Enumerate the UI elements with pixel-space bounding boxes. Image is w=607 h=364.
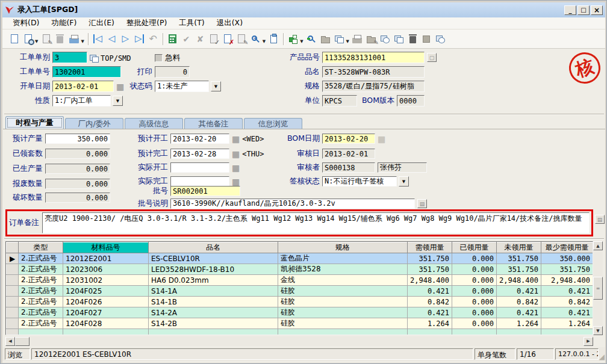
table-cell[interactable] <box>149 329 278 336</box>
prev-record-icon[interactable]: ◁ <box>105 32 119 46</box>
table-cell[interactable]: 硅胶 <box>278 286 408 297</box>
planned-finish-input[interactable]: 2013-02-28 <box>170 149 229 159</box>
table-cell[interactable]: 0.000 <box>452 253 497 264</box>
table-cell[interactable]: 1.264 <box>497 318 541 329</box>
resize-grip[interactable]: ◢ <box>599 353 605 360</box>
order-type-input[interactable]: 3 <box>52 52 87 63</box>
dropdown-caret-icon[interactable]: ▼ <box>300 39 303 44</box>
calendar-icon[interactable]: ▦ <box>232 177 240 186</box>
table-cell[interactable] <box>63 329 149 336</box>
tab-3[interactable]: 其他备注 <box>184 118 243 129</box>
table-cell[interactable]: 351.750 <box>497 253 541 264</box>
calendar-icon[interactable]: ▦ <box>232 135 240 143</box>
table-cell[interactable]: 351.750 <box>408 264 452 275</box>
table-cell[interactable]: 1204F027 <box>63 307 149 318</box>
table-cell[interactable]: 金线 <box>278 275 408 286</box>
table-cell[interactable]: 1.264 <box>541 318 593 329</box>
table-cell[interactable]: 2.正式品号 <box>19 275 63 286</box>
bom-tree-icon[interactable] <box>286 32 300 46</box>
row-selector[interactable] <box>7 297 19 307</box>
new-doc-icon[interactable] <box>7 32 21 46</box>
table-row[interactable]: 2.正式品号12023006LED3528HWDF-18-B10凯昶德35283… <box>7 264 593 275</box>
table-cell[interactable]: 硅胶 <box>278 318 408 329</box>
table-cell[interactable]: 12012E2001 <box>63 253 149 264</box>
column-header[interactable]: 需领用量 <box>408 242 452 253</box>
column-header[interactable]: 类型 <box>19 242 63 253</box>
table-cell[interactable]: 0.421 <box>541 307 593 318</box>
table-cell[interactable]: LED3528HWDF-18-B10 <box>149 264 278 275</box>
lot-desc-zoom-icon[interactable]: ▤ <box>417 199 427 208</box>
preview-icon[interactable] <box>21 32 35 46</box>
row-selector[interactable] <box>7 264 19 275</box>
menu-item-5[interactable]: 退出(X) <box>211 17 248 29</box>
run-query-icon[interactable] <box>305 32 319 46</box>
table-cell[interactable]: 0.000 <box>452 275 497 286</box>
vertical-scrollbar[interactable]: ▲ ≡ ▼ <box>593 241 603 335</box>
table-cell[interactable]: S14-2B <box>149 318 278 329</box>
dropdown-caret-icon[interactable]: ▼ <box>81 39 84 44</box>
menu-item-0[interactable]: 资料(D) <box>7 17 45 29</box>
table-cell[interactable]: 1204F028 <box>63 318 149 329</box>
scroll-up-icon[interactable]: ▲ <box>593 241 603 250</box>
row-selector[interactable] <box>7 318 19 329</box>
tab-4[interactable]: 信息浏览 <box>244 118 302 129</box>
zoom-find-icon[interactable] <box>249 32 263 46</box>
actual-start-input[interactable] <box>170 162 229 173</box>
table-row[interactable]: 2.正式品号12031002HA6 D0.023mm金线2,948.4000.0… <box>7 275 593 286</box>
calendar-icon[interactable]: ▦ <box>232 164 240 172</box>
table-cell[interactable]: ES-CEBLV10R <box>149 253 278 264</box>
row-selector[interactable] <box>7 286 19 297</box>
calculator-icon[interactable] <box>166 32 179 46</box>
table-cell[interactable]: S14-1A <box>149 286 278 297</box>
minimize-icon[interactable]: _ <box>564 5 576 15</box>
table-cell[interactable]: S14-2A <box>149 307 278 318</box>
table-cell[interactable]: 1.264 <box>408 318 452 329</box>
table-cell[interactable]: 0.421 <box>497 286 541 297</box>
close-icon[interactable]: × <box>591 5 603 15</box>
table-cell[interactable]: 351.750 <box>408 253 452 264</box>
table-cell[interactable]: 凯昶德3528 <box>278 264 408 275</box>
first-record-icon[interactable]: ◁ <box>91 32 105 46</box>
order-note-input[interactable]: 亮度U2 1900-2130/ /电压Q 3.0-3.1/R 3.1-3.2/主… <box>42 212 590 233</box>
table-cell[interactable]: 2.正式品号 <box>19 297 63 307</box>
nature-select[interactable]: 1:厂内工单 <box>52 95 111 106</box>
table-row[interactable]: ▶2.正式品号12012E2001ES-CEBLV10R蓝色晶片351.7500… <box>7 253 593 264</box>
menu-item-4[interactable]: 工具(T) <box>173 17 210 29</box>
table-cell[interactable]: 350.000 <box>541 253 593 264</box>
sign-status-select[interactable]: N:不运行电子签核 <box>322 176 397 187</box>
table-cell[interactable]: 351.750 <box>497 264 541 275</box>
planned-qty-input[interactable]: 350.000 <box>45 134 110 144</box>
table-cell[interactable]: 0.421 <box>408 307 452 318</box>
product-lookup-icon[interactable]: ▢ <box>427 53 437 62</box>
table-cell[interactable]: 0.842 <box>497 297 541 307</box>
clipboard-icon[interactable] <box>267 32 281 46</box>
print-icon[interactable] <box>67 32 81 46</box>
table-cell[interactable]: 351.750 <box>541 264 593 275</box>
table-cell[interactable]: S14-1B <box>149 297 278 307</box>
table-row[interactable]: 2.正式品号1204F025S14-1A硅胶0.4210.0000.4210.4… <box>7 286 593 297</box>
menu-item-1[interactable]: 功能(F) <box>46 17 82 29</box>
scroll-thumb[interactable] <box>15 337 30 346</box>
table-row[interactable] <box>7 329 593 336</box>
table-cell[interactable]: 0.000 <box>452 286 497 297</box>
table-cell[interactable]: 0.421 <box>541 286 593 297</box>
column-header[interactable]: 规格 <box>278 242 408 253</box>
calendar-icon[interactable]: ▦ <box>116 82 124 91</box>
row-selector[interactable] <box>7 307 19 318</box>
table-cell[interactable]: 12031002 <box>63 275 149 286</box>
table-cell[interactable]: 12023006 <box>63 264 149 275</box>
horizontal-scrollbar[interactable]: ◀ ▶ <box>5 336 593 346</box>
status-code-select[interactable]: 1:未生产 <box>155 81 209 92</box>
row-selector[interactable]: ▶ <box>7 253 19 264</box>
window-copy-icon[interactable] <box>90 55 98 62</box>
table-cell[interactable]: 0.421 <box>497 307 541 318</box>
table-cell[interactable] <box>408 329 452 336</box>
column-header[interactable]: 未领用量 <box>497 242 541 253</box>
maximize-icon[interactable]: □ <box>577 5 590 15</box>
table-cell[interactable]: 2,948.400 <box>497 275 541 286</box>
bom-date-input[interactable]: 2013-02-20 <box>322 134 375 144</box>
table-cell[interactable]: 0.000 <box>452 297 497 307</box>
scroll-down-icon[interactable]: ▼ <box>593 326 603 335</box>
dropdown-caret-icon[interactable]: ▼ <box>263 39 266 44</box>
void-doc-icon[interactable] <box>221 32 235 46</box>
